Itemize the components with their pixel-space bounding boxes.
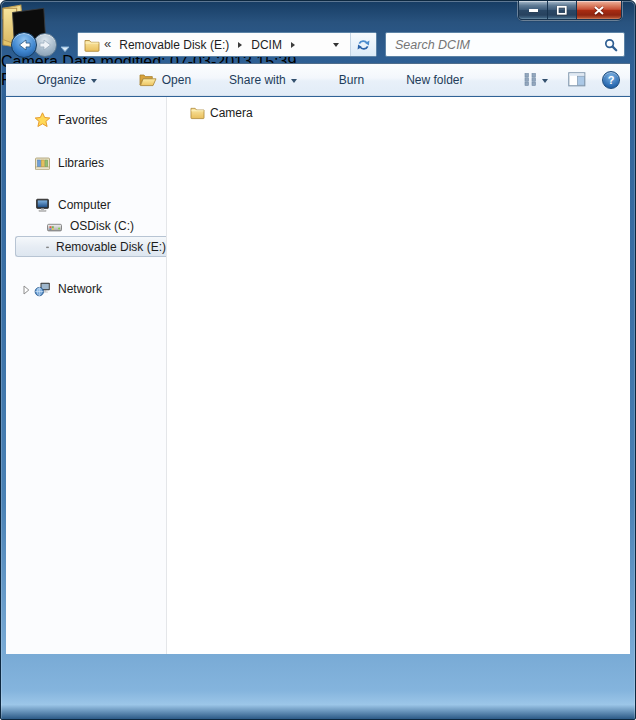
sidebar-item-removable-disk[interactable]: Removable Disk (E:) [15,236,166,257]
sidebar-item-computer[interactable]: Computer [6,194,166,215]
search-box [385,32,625,57]
navigation-bar: « Removable Disk (E:) DCIM [11,31,626,58]
breadcrumb: « Removable Disk (E:) DCIM [78,33,350,56]
new-folder-label: New folder [406,73,463,87]
sidebar-item-libraries[interactable]: Libraries [6,152,166,173]
dropdown-caret-icon [91,79,97,83]
hard-drive-icon [46,218,63,234]
file-list-area[interactable]: Camera [167,97,630,654]
new-folder-button[interactable]: New folder [397,69,472,91]
burn-label: Burn [339,73,364,87]
close-icon [593,5,605,16]
sidebar-item-favorites[interactable]: Favorites [6,109,166,130]
star-icon [34,112,51,128]
expand-arrow-icon[interactable] [23,284,30,298]
forward-arrow-icon [39,39,52,51]
minimize-button[interactable] [518,1,548,20]
content-region: Favorites Libraries [6,97,630,654]
burn-button[interactable]: Burn [330,69,373,91]
preview-pane-button[interactable] [564,69,590,90]
minimize-icon [528,6,539,15]
dropdown-caret-icon [542,79,548,83]
organize-button[interactable]: Organize [28,69,106,91]
help-icon: ? [608,74,615,86]
breadcrumb-separator-icon[interactable] [238,42,242,48]
sidebar-item-network[interactable]: Network [6,278,166,299]
sidebar-label-removable-disk: Removable Disk (E:) [56,240,166,254]
libraries-icon [34,155,51,171]
back-button[interactable] [11,32,37,58]
close-button[interactable] [576,1,622,20]
search-input[interactable] [395,38,604,52]
share-with-button[interactable]: Share with [220,69,306,91]
open-folder-icon [139,73,157,87]
network-icon [34,281,51,297]
sidebar-label-favorites: Favorites [58,113,107,127]
address-bar: « Removable Disk (E:) DCIM [77,32,377,57]
sidebar-item-osdisk[interactable]: OSDisk (C:) [6,215,166,236]
views-grid-icon [524,73,538,86]
sidebar-label-computer: Computer [58,198,111,212]
dropdown-caret-icon [291,79,297,83]
explorer-window: « Removable Disk (E:) DCIM [0,0,636,720]
refresh-icon [356,38,371,52]
breadcrumb-overflow-button[interactable]: « [100,36,117,53]
breadcrumb-separator-icon[interactable] [291,42,295,48]
file-item-camera[interactable]: Camera [186,104,260,122]
breadcrumb-item-dcim[interactable]: DCIM [249,38,284,52]
computer-icon [34,197,51,213]
organize-label: Organize [37,73,86,87]
file-item-label: Camera [210,106,253,120]
preview-pane-icon [568,72,586,87]
maximize-icon [556,5,568,16]
toolbar-right-group: ? [520,69,620,90]
folder-icon [84,38,100,52]
command-toolbar: Organize Open Share with Burn New folder [6,63,630,96]
sidebar-label-network: Network [58,282,102,296]
back-arrow-icon [18,39,31,51]
change-view-button[interactable] [520,70,552,89]
window-controls [518,1,622,20]
sidebar-label-libraries: Libraries [58,156,104,170]
removable-drive-icon [46,239,49,255]
search-icon[interactable] [604,38,618,52]
sidebar-label-osdisk: OSDisk (C:) [70,219,134,233]
recent-pages-dropdown[interactable] [60,39,70,57]
breadcrumb-item-removable-disk[interactable]: Removable Disk (E:) [117,38,231,52]
folder-icon [190,106,205,120]
chevron-down-icon [60,46,70,53]
maximize-button[interactable] [548,1,576,20]
open-button[interactable]: Open [130,69,200,91]
address-dropdown-icon[interactable] [333,43,339,47]
help-button[interactable]: ? [602,71,620,89]
share-with-label: Share with [229,73,286,87]
open-label: Open [162,73,191,87]
refresh-button[interactable] [350,33,376,56]
navigation-pane: Favorites Libraries [6,97,167,654]
